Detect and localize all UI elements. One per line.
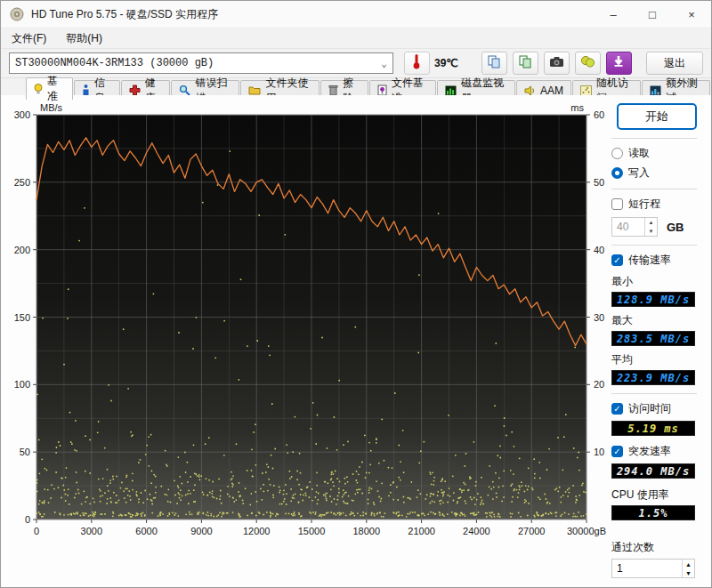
access-time-checkbox[interactable]: ✓ 访问时间 [611, 401, 706, 416]
transfer-rate-checkbox-icon: ✓ [611, 254, 623, 266]
svg-text:18000: 18000 [353, 526, 381, 536]
minimize-button[interactable]: – [594, 1, 633, 28]
pass-count-label: 通过次数 [611, 540, 706, 555]
speaker-icon [524, 85, 536, 96]
svg-text:20: 20 [594, 379, 604, 390]
radio-write[interactable]: 写入 [611, 165, 706, 181]
radio-read-icon [611, 148, 623, 159]
svg-text:50: 50 [594, 177, 604, 188]
svg-text:100: 100 [14, 379, 30, 390]
svg-text:300: 300 [14, 109, 30, 120]
screenshot-button[interactable] [544, 52, 570, 75]
svg-text:3000: 3000 [81, 526, 102, 536]
maximize-button[interactable]: □ [633, 1, 672, 28]
svg-text:0: 0 [25, 514, 30, 525]
drive-selector-value: ST30000NM004K-3RM133 (30000 gB) [15, 57, 214, 69]
svg-text:24000: 24000 [463, 526, 490, 536]
max-label: 最大 [611, 313, 706, 328]
divider [611, 189, 697, 189]
gb-unit-label: GB [667, 221, 684, 234]
menu-bar: 文件(F) 帮助(H) [1, 28, 711, 49]
save-results-button[interactable] [575, 52, 601, 75]
close-button[interactable]: × [672, 1, 711, 28]
svg-text:150: 150 [14, 312, 30, 323]
burst-rate-checkbox-icon: ✓ [611, 446, 623, 457]
svg-text:50: 50 [20, 447, 30, 457]
window-title: HD Tune Pro 5.75 - 硬盘/SSD 实用程序 [31, 7, 594, 22]
svg-text:30000gB: 30000gB [567, 526, 606, 536]
coins-icon [580, 55, 595, 71]
pass-count-input[interactable]: 1 ▲▼ [611, 559, 695, 578]
app-window: HD Tune Pro 5.75 - 硬盘/SSD 实用程序 – □ × 文件(… [0, 0, 712, 588]
max-value: 283.5 MB/s [611, 331, 695, 346]
drive-selector[interactable]: ST30000NM004K-3RM133 (30000 gB) ⌄ [9, 52, 393, 74]
menu-help[interactable]: 帮助(H) [66, 31, 102, 46]
download-arrow-icon [612, 55, 625, 71]
burst-rate-value: 294.0 MB/s [611, 463, 695, 479]
copy-text-button[interactable] [481, 52, 507, 75]
short-stroke-checkbox[interactable]: 短行程 [611, 197, 706, 212]
benchmark-chart: 0501001502002503001020304050600300060009… [3, 101, 626, 554]
extra-tests-icon [650, 85, 661, 96]
random-access-icon [580, 85, 592, 96]
svg-text:12000: 12000 [243, 526, 271, 536]
svg-text:ms: ms [570, 102, 584, 113]
short-stroke-checkbox-icon [611, 198, 623, 210]
access-time-checkbox-icon: ✓ [611, 403, 623, 415]
folder-icon [248, 85, 261, 95]
disk-monitor-icon [445, 85, 457, 96]
svg-text:21000: 21000 [408, 526, 435, 536]
svg-text:6000: 6000 [135, 526, 157, 536]
svg-text:9000: 9000 [190, 526, 212, 536]
app-icon [10, 7, 24, 21]
chart-svg: 0501001502002503001020304050600300060009… [3, 101, 626, 551]
min-value: 128.9 MB/s [611, 292, 695, 307]
copy-image-icon [518, 54, 532, 72]
tab-benchmark[interactable]: 基准 [26, 77, 73, 100]
camera-icon [549, 55, 564, 71]
radio-write-icon [611, 167, 623, 179]
copy-image-button[interactable] [513, 52, 538, 75]
transfer-rate-checkbox[interactable]: ✓ 传输速率 [611, 253, 706, 268]
svg-text:40: 40 [594, 245, 604, 255]
min-label: 最小 [611, 274, 706, 289]
thermometer-icon [412, 53, 421, 73]
divider [611, 245, 697, 246]
svg-text:27000: 27000 [518, 526, 546, 536]
short-stroke-size-input[interactable]: 40 ▲▼ [611, 217, 658, 237]
copy-text-icon [487, 54, 501, 72]
svg-text:0: 0 [34, 526, 39, 536]
cpu-usage-value: 1.5% [611, 505, 695, 520]
radio-read[interactable]: 读取 [611, 146, 706, 161]
bulb-icon [34, 84, 43, 95]
svg-text:15000: 15000 [298, 526, 326, 536]
temperature-button[interactable] [404, 52, 430, 75]
start-button[interactable]: 开始 [617, 103, 697, 130]
svg-text:10: 10 [594, 447, 604, 457]
divider [611, 393, 697, 394]
svg-text:250: 250 [14, 177, 30, 188]
pass-count-spinner[interactable]: ▲▼ [682, 560, 694, 577]
burst-rate-checkbox[interactable]: ✓ 突发速率 [611, 444, 706, 459]
benchmark-panel: 0501001502002503001020304050600300060009… [1, 95, 711, 587]
temperature-value: 39℃ [434, 57, 458, 69]
control-panel: 开始 读取 写入 短行程 40 ▲▼ GB [611, 101, 706, 588]
title-bar: HD Tune Pro 5.75 - 硬盘/SSD 实用程序 – □ × [1, 1, 711, 28]
cpu-usage-label: CPU 使用率 [611, 487, 706, 503]
download-update-button[interactable] [606, 52, 632, 75]
divider [611, 138, 697, 139]
avg-label: 平均 [611, 352, 706, 367]
access-time-value: 5.19 ms [611, 421, 695, 436]
avg-value: 223.9 MB/s [611, 370, 695, 385]
svg-text:60: 60 [594, 109, 604, 120]
svg-text:30: 30 [594, 312, 604, 323]
menu-file[interactable]: 文件(F) [12, 31, 46, 46]
svg-text:200: 200 [14, 245, 30, 255]
chevron-down-icon: ⌄ [381, 58, 387, 69]
exit-button[interactable]: 退出 [646, 52, 703, 75]
short-stroke-spinner[interactable]: ▲▼ [644, 218, 657, 236]
toolbar: ST30000NM004K-3RM133 (30000 gB) ⌄ 39℃ [1, 49, 711, 78]
